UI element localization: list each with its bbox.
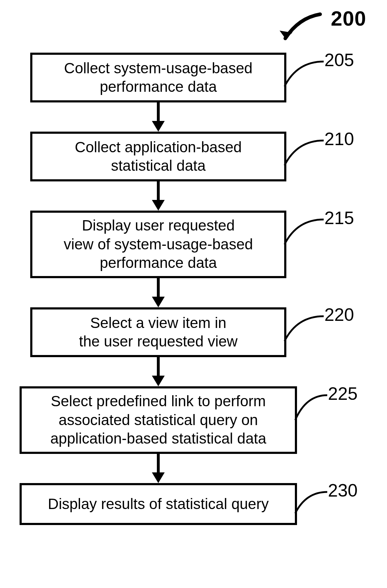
- connector-curve-icon: [293, 393, 329, 422]
- svg-marker-8: [152, 376, 165, 386]
- svg-marker-10: [152, 472, 165, 483]
- title-pointer-arrow-icon: [277, 11, 324, 46]
- step-box-230: Display results of statistical query: [20, 483, 297, 525]
- diagram-reference-number: 200: [331, 6, 366, 30]
- step-ref-205: 205: [324, 50, 354, 70]
- svg-marker-2: [152, 121, 165, 132]
- svg-marker-4: [152, 200, 165, 211]
- step-ref-220: 220: [324, 304, 354, 325]
- flowchart-canvas: 200 Collect system-usage-basedperformanc…: [0, 0, 387, 588]
- step-box-215: Display user requestedview of system-usa…: [30, 211, 286, 278]
- arrow-down-icon: [149, 454, 167, 483]
- arrow-down-icon: [149, 181, 167, 211]
- step-text: Select predefined link to performassocia…: [50, 392, 266, 448]
- step-box-220: Select a view item inthe user requested …: [30, 307, 286, 357]
- connector-curve-icon: [283, 139, 325, 167]
- arrow-down-icon: [149, 278, 167, 307]
- connector-curve-icon: [283, 314, 325, 343]
- step-text: Collect application-basedstatistical dat…: [75, 138, 242, 175]
- connector-curve-icon: [283, 218, 325, 246]
- step-text: Select a view item inthe user requested …: [79, 314, 238, 351]
- arrow-down-icon: [149, 102, 167, 132]
- step-box-225: Select predefined link to performassocia…: [20, 386, 297, 454]
- step-text: Display user requestedview of system-usa…: [64, 216, 253, 272]
- connector-curve-icon: [283, 60, 325, 88]
- step-text: Collect system-usage-basedperformance da…: [64, 59, 253, 96]
- step-ref-225: 225: [328, 383, 357, 404]
- step-ref-210: 210: [324, 129, 354, 149]
- step-ref-215: 215: [324, 208, 354, 228]
- arrow-down-icon: [149, 357, 167, 386]
- step-text: Display results of statistical query: [48, 495, 269, 514]
- step-box-205: Collect system-usage-basedperformance da…: [30, 53, 286, 102]
- connector-curve-icon: [293, 490, 329, 515]
- svg-marker-6: [152, 297, 165, 307]
- step-box-210: Collect application-basedstatistical dat…: [30, 132, 286, 181]
- step-ref-230: 230: [328, 480, 357, 501]
